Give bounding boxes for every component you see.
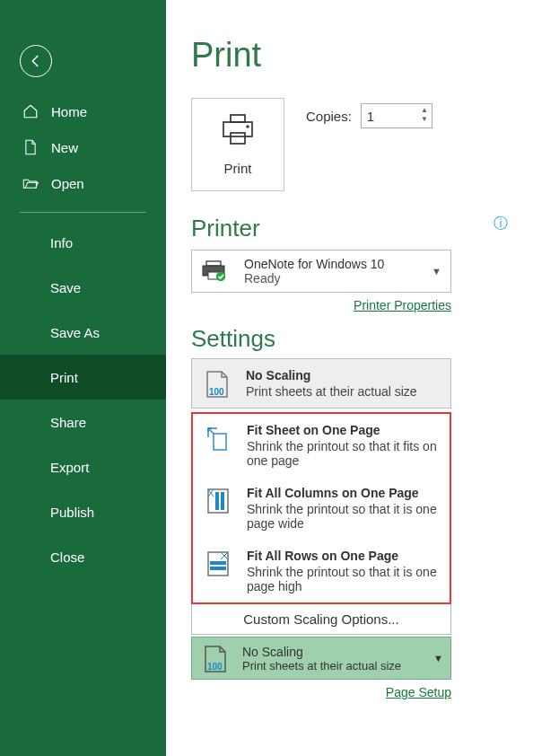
printer-status: Ready: [244, 271, 384, 286]
option-desc: Shrink the printout so that it is one pa…: [247, 565, 439, 593]
highlight-box: Fit Sheet on One Page Shrink the printou…: [191, 412, 451, 604]
printer-name: OneNote for Windows 10: [244, 257, 384, 271]
sidebar-item-label: Home: [51, 104, 87, 119]
sidebar-sub-label: Publish: [50, 505, 94, 520]
printer-device-icon: [201, 259, 232, 284]
page-title: Print: [191, 36, 508, 75]
sidebar-item-open[interactable]: Open: [0, 165, 166, 201]
svg-rect-2: [231, 133, 245, 144]
chevron-down-icon: ▼: [432, 266, 441, 277]
printer-icon: [220, 113, 256, 150]
page-100-icon: 100: [201, 643, 230, 673]
sidebar-item-label: New: [51, 140, 78, 155]
printer-properties-link[interactable]: Printer Properties: [191, 298, 451, 312]
printer-heading: Printer: [191, 215, 260, 242]
scaling-option-fit-columns[interactable]: Fit All Columns on One Page Shrink the p…: [193, 477, 450, 540]
back-button[interactable]: [20, 45, 52, 77]
sidebar-sub-publish[interactable]: Publish: [0, 489, 166, 534]
main-panel: Print Print Copies: 1 ▲▼: [166, 0, 533, 756]
sidebar-sub-close[interactable]: Close: [0, 534, 166, 579]
scaling-selected-desc: Print sheets at their actual size: [246, 384, 417, 399]
scaling-dropdown[interactable]: 100 No Scaling Print sheets at their act…: [191, 637, 451, 680]
copies-label: Copies:: [306, 109, 352, 124]
copies-value: 1: [367, 109, 374, 124]
option-desc: Shrink the printout so that it fits on o…: [247, 439, 439, 468]
summary-title: No Scaling: [242, 645, 401, 659]
scaling-option-fit-sheet[interactable]: Fit Sheet on One Page Shrink the printou…: [193, 414, 450, 477]
svg-rect-9: [214, 434, 226, 450]
svg-rect-11: [215, 492, 219, 510]
sidebar-sub-label: Export: [50, 460, 89, 475]
fit-rows-icon: [204, 549, 232, 577]
svg-rect-4: [206, 261, 221, 266]
option-title: Fit All Columns on One Page: [247, 486, 439, 500]
sidebar-sub-label: Save: [50, 280, 81, 295]
sidebar-item-label: Open: [51, 176, 84, 191]
fit-columns-icon: [204, 486, 232, 514]
svg-text:100: 100: [209, 387, 224, 397]
sidebar-sub-label: Save As: [50, 325, 100, 340]
option-title: Fit Sheet on One Page: [247, 423, 439, 437]
svg-point-7: [216, 271, 225, 280]
option-title: Fit All Rows on One Page: [247, 549, 439, 563]
svg-rect-15: [210, 567, 226, 570]
printer-select[interactable]: OneNote for Windows 10 Ready ▼: [191, 250, 451, 293]
svg-rect-14: [210, 561, 226, 565]
sidebar-sub-share[interactable]: Share: [0, 400, 166, 444]
scaling-selected[interactable]: 100 No Scaling Print sheets at their act…: [191, 358, 451, 409]
sidebar-sub-print[interactable]: Print: [0, 355, 166, 400]
svg-text:100: 100: [207, 662, 223, 672]
sidebar-sub-save[interactable]: Save: [0, 265, 166, 310]
svg-rect-1: [223, 122, 252, 136]
svg-rect-12: [221, 492, 224, 510]
sidebar-sub-label: Print: [50, 370, 78, 385]
scaling-option-fit-rows[interactable]: Fit All Rows on One Page Shrink the prin…: [193, 540, 450, 602]
backstage-sidebar: Home New Open Info Save Save As Print Sh…: [0, 0, 166, 756]
fit-sheet-icon: [204, 423, 232, 452]
custom-scaling-link[interactable]: Custom Scaling Options...: [191, 604, 451, 635]
copies-input[interactable]: 1 ▲▼: [361, 103, 433, 128]
info-icon[interactable]: ⓘ: [494, 215, 508, 233]
sidebar-sub-saveas[interactable]: Save As: [0, 310, 166, 355]
spinner-arrows-icon[interactable]: ▲▼: [421, 106, 428, 124]
page-setup-link[interactable]: Page Setup: [191, 685, 451, 699]
sidebar-sub-info[interactable]: Info: [0, 220, 166, 265]
sidebar-item-new[interactable]: New: [0, 129, 166, 165]
folder-open-icon: [22, 175, 39, 191]
print-button-label: Print: [224, 161, 252, 176]
sidebar-sub-export[interactable]: Export: [0, 444, 166, 489]
sidebar-separator: [20, 212, 146, 213]
document-icon: [22, 139, 39, 155]
summary-desc: Print sheets at their actual size: [242, 659, 401, 672]
svg-rect-0: [231, 115, 245, 122]
page-100-icon: 100: [203, 368, 232, 399]
option-desc: Shrink the printout so that it is one pa…: [247, 502, 439, 531]
chevron-down-icon: ▼: [433, 653, 443, 664]
arrow-left-icon: [28, 53, 44, 69]
sidebar-sub-label: Share: [50, 415, 86, 430]
sidebar-sub-label: Info: [50, 235, 73, 251]
scaling-selected-title: No Scaling: [246, 368, 417, 382]
sidebar-item-home[interactable]: Home: [0, 93, 166, 129]
home-icon: [22, 103, 39, 119]
svg-point-3: [246, 125, 249, 128]
sidebar-sub-label: Close: [50, 549, 84, 565]
settings-heading: Settings: [191, 325, 451, 353]
print-button[interactable]: Print: [191, 98, 284, 191]
